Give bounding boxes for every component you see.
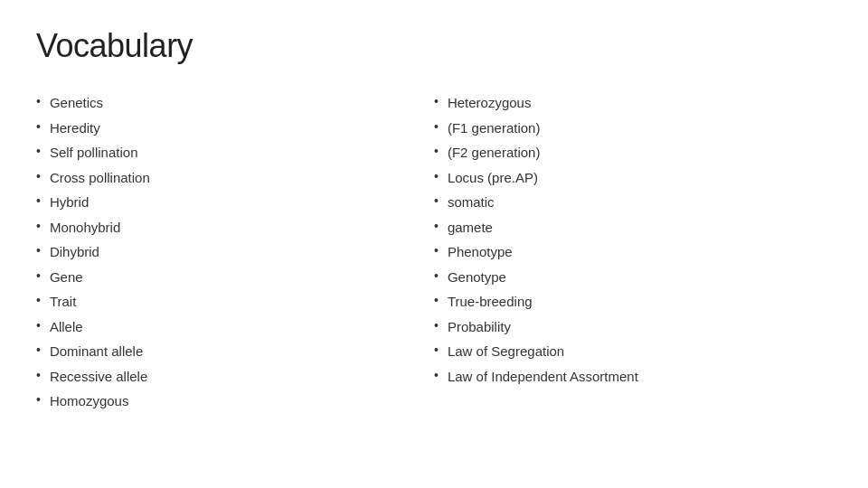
list-item: Law of Segregation xyxy=(434,339,832,364)
list-item: Homozygous xyxy=(36,389,434,414)
list-item: Dominant allele xyxy=(36,339,434,364)
left-vocab-list: GeneticsHereditySelf pollinationCross po… xyxy=(36,90,434,414)
list-item: Heredity xyxy=(36,116,434,141)
page-title: Vocabulary xyxy=(36,27,832,65)
right-column: Heterozygous(F1 generation)(F2 generatio… xyxy=(434,90,832,470)
list-item: Genotype xyxy=(434,265,832,290)
list-item: Self pollination xyxy=(36,140,434,165)
list-item: Law of Independent Assortment xyxy=(434,364,832,389)
list-item: Dihybrid xyxy=(36,239,434,265)
left-column: GeneticsHereditySelf pollinationCross po… xyxy=(36,90,434,470)
list-item: Cross pollination xyxy=(36,165,434,191)
list-item: Phenotype xyxy=(434,239,832,265)
list-item: (F2 generation) xyxy=(434,140,832,165)
list-item: somatic xyxy=(434,190,832,215)
list-item: Hybrid xyxy=(36,190,434,215)
list-item: Trait xyxy=(36,289,434,314)
list-item: Gene xyxy=(36,265,434,290)
list-item: Allele xyxy=(36,314,434,340)
list-item: Probability xyxy=(434,314,832,340)
list-item: Heterozygous xyxy=(434,90,832,116)
page: Vocabulary GeneticsHereditySelf pollinat… xyxy=(0,0,868,488)
list-item: Genetics xyxy=(36,90,434,116)
list-item: True-breeding xyxy=(434,289,832,314)
list-item: (F1 generation) xyxy=(434,116,832,141)
list-item: Recessive allele xyxy=(36,364,434,389)
columns-container: GeneticsHereditySelf pollinationCross po… xyxy=(36,90,832,470)
list-item: Monohybrid xyxy=(36,215,434,240)
right-vocab-list: Heterozygous(F1 generation)(F2 generatio… xyxy=(434,90,832,389)
list-item: Locus (pre.AP) xyxy=(434,165,832,191)
list-item: gamete xyxy=(434,215,832,240)
